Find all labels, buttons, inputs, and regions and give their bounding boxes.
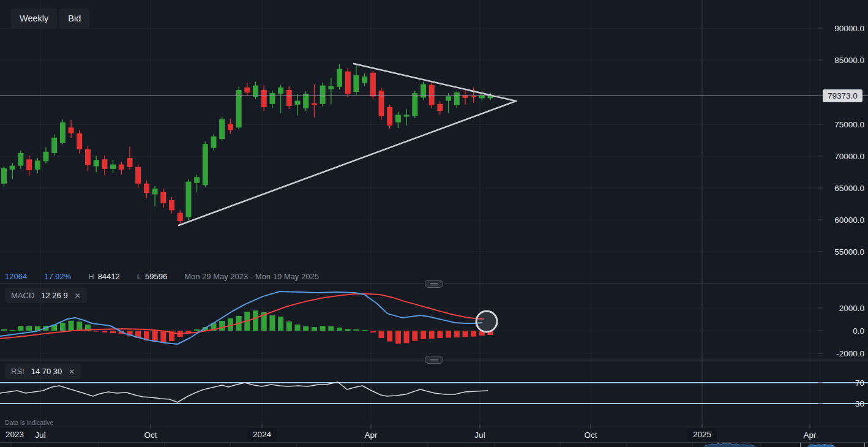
close-icon[interactable]: ✕ (69, 367, 75, 376)
macd-histogram-bar (446, 331, 451, 337)
macd-name: MACD (11, 291, 34, 300)
macd-histogram-bar (370, 331, 376, 332)
macd-params: 12 26 9 (41, 291, 67, 300)
macd-histogram-bar (194, 329, 200, 331)
candle-body (203, 144, 208, 185)
axis-label: 65000.0 (834, 184, 864, 193)
axis-label: 70 (855, 378, 864, 388)
range-info-bar: 12064 17.92% H 84412 L 59596 Mon 29 May … (5, 272, 323, 281)
candle-body (244, 88, 250, 92)
macd-histogram-bar (312, 327, 317, 331)
chart-canvas[interactable] (0, 0, 868, 447)
candle-body (269, 93, 275, 104)
macd-histogram-bar (295, 325, 301, 331)
axis-label: 75000.0 (834, 120, 864, 129)
macd-histogram-bar (353, 329, 359, 331)
candle-body (463, 95, 468, 98)
candle-body (278, 88, 283, 94)
candle-body (102, 159, 107, 169)
macd-histogram-bar (362, 330, 367, 331)
candle-body (345, 72, 351, 94)
macd-histogram-bar (94, 331, 99, 331)
candle-body (194, 177, 200, 182)
macd-histogram-bar (303, 326, 309, 331)
candle-body (127, 158, 133, 167)
axis-label: 60000.0 (834, 216, 864, 225)
macd-histogram-bar (379, 331, 384, 338)
rsi-name: RSI (11, 367, 24, 376)
candle-body (77, 133, 82, 149)
candle-body (119, 165, 124, 170)
macd-histogram-bar (253, 310, 258, 331)
macd-histogram-bar (110, 331, 116, 333)
data-indicative-note: Data is indicative (5, 419, 53, 426)
time-axis-label: Oct (584, 430, 597, 440)
candle-body (379, 91, 384, 116)
axis-label: -2000.0 (836, 349, 864, 358)
candle-body (312, 103, 317, 105)
candle-body (85, 149, 91, 165)
candle-body (412, 93, 417, 116)
candle-body (35, 160, 40, 170)
candle-body (454, 92, 460, 105)
candle-body (295, 101, 301, 105)
current-price-label: 79373.0 (823, 89, 862, 102)
macd-histogram-bar (152, 331, 158, 342)
macd-indicator-box[interactable]: MACD 12 26 9 ✕ (5, 288, 87, 303)
candle-body (429, 85, 435, 105)
macd-histogram-bar (18, 326, 23, 331)
candle-body (144, 184, 149, 193)
macd-histogram-bar (337, 328, 342, 331)
time-axis-label: Oct (144, 430, 157, 440)
candle-body (60, 122, 65, 143)
candle-body (337, 69, 342, 87)
range-change-value: 12064 (5, 272, 27, 281)
macd-histogram-bar (328, 326, 334, 331)
time-axis-label: Jul (474, 430, 485, 440)
macd-histogram-bar (395, 331, 401, 344)
candle-body (10, 166, 15, 170)
macd-histogram-bar (77, 321, 82, 331)
macd-histogram-bar (429, 331, 435, 339)
price-type-button[interactable]: Bid (59, 9, 89, 29)
candle-body (94, 160, 99, 166)
macd-histogram-bar (278, 317, 283, 331)
macd-histogram-bar (60, 323, 65, 331)
time-axis-label: 2025 (687, 428, 717, 441)
macd-histogram-bar (412, 331, 417, 341)
pane-resize-handle[interactable] (425, 356, 443, 364)
candle-body (437, 104, 443, 111)
candle-body (152, 189, 158, 194)
candle-body (169, 200, 174, 211)
macd-histogram-bar (345, 329, 351, 331)
candle-body (387, 107, 392, 126)
timeframe-button[interactable]: Weekly (11, 9, 57, 29)
axis-label: 30 (855, 399, 864, 408)
candle-body (446, 96, 451, 100)
candle-body (404, 115, 410, 116)
macd-histogram-bar (437, 331, 443, 338)
axis-label: 85000.0 (834, 56, 864, 65)
candle-body (320, 86, 326, 104)
pane-resize-handle[interactable] (425, 280, 443, 288)
triangle-lower-trendline (179, 101, 516, 225)
rsi-params: 14 70 30 (31, 367, 62, 376)
rsi-indicator-box[interactable]: RSI 14 70 30 ✕ (5, 364, 81, 379)
candle-body (362, 77, 367, 83)
candle-body (219, 119, 225, 139)
time-axis-label: 2023 (0, 428, 29, 441)
candle-body (370, 73, 376, 96)
candle-body (185, 182, 191, 217)
candle-body (1, 168, 7, 184)
macd-histogram-bar (471, 331, 476, 337)
high-label: H (88, 272, 94, 281)
range-change-percent: 17.92% (44, 272, 71, 281)
low-label: L (137, 272, 141, 281)
candle-body (261, 90, 267, 107)
axis-label: 0.0 (853, 326, 864, 336)
rsi-line (0, 382, 488, 402)
candle-body (228, 124, 233, 130)
macd-histogram-bar (102, 331, 107, 332)
macd-histogram-bar (219, 321, 225, 331)
close-icon[interactable]: ✕ (75, 291, 81, 300)
